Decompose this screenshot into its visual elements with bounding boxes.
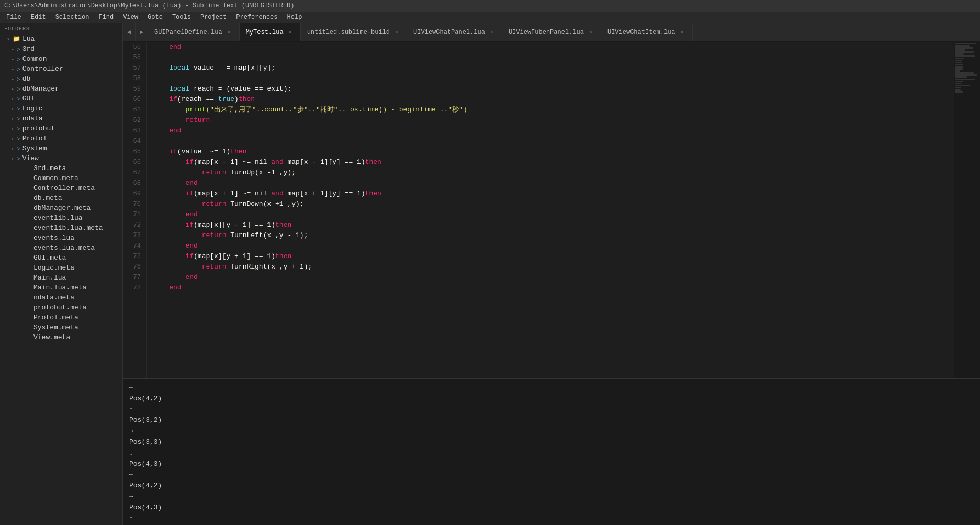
minimap-line [955,72,974,74]
menu-item-help[interactable]: Help [283,13,307,22]
tab-label-UIViewChatItem: UIViewChatItem.lua [607,29,675,36]
sidebar-item-Controller.meta[interactable]: Controller.meta [0,183,122,193]
menu-item-file[interactable]: File [2,13,26,22]
sidebar-item-dbManager.meta[interactable]: dbManager.meta [0,203,122,213]
code-token: TurnUp(x -1 ,y); [226,167,296,178]
tree-item-label: events.lua [33,234,74,242]
sidebar-item-dbManager[interactable]: ▸▷dbManager [0,84,122,94]
sidebar-item-View.meta[interactable]: View.meta [0,332,122,342]
tree-item-label: System [22,144,47,152]
sidebar-item-System.meta[interactable]: System.meta [0,322,122,332]
tab-UIViewChatPanel[interactable]: UIViewChatPanel.lua× [407,23,502,41]
minimap-line [955,91,963,93]
code-token [153,115,185,126]
sidebar-item-eventlib.lua.meta[interactable]: eventlib.lua.meta [0,223,122,233]
sidebar-item-Main.lua.meta[interactable]: Main.lua.meta [0,283,122,293]
code-token [153,84,169,94]
code-line-56 [153,52,954,63]
tab-GUIPanelDefine[interactable]: GUIPanelDefine.lua× [148,23,240,41]
sidebar-item-protobuf.meta[interactable]: protobuf.meta [0,303,122,312]
code-token [153,220,185,230]
menu-item-goto[interactable]: Goto [143,13,167,22]
menu-item-selection[interactable]: Selection [51,13,94,22]
sidebar-item-lua[interactable]: ▾ 📁 Lua [0,34,122,44]
sidebar-item-Logic[interactable]: ▸▷Logic [0,104,122,114]
tab-prev-button[interactable]: ◀ [123,23,136,41]
menu-item-tools[interactable]: Tools [168,13,195,22]
menu-item-preferences[interactable]: Preferences [232,13,281,22]
tab-label-UIViewFubenPanel: UIViewFubenPanel.lua [509,29,584,36]
sidebar-item-Protol.meta[interactable]: Protol.meta [0,312,122,322]
chevron-icon: ▸ [8,86,17,92]
sidebar-item-Logic.meta[interactable]: Logic.meta [0,263,122,273]
code-line-76: return TurnRight(x ,y + 1); [153,262,954,272]
tree-item-label: ndata.meta [33,294,74,301]
code-token: TurnLeft(x ,y - 1); [226,230,308,241]
minimap-line [955,58,964,59]
chevron-icon: ▸ [8,96,17,102]
minimap-line [955,60,962,61]
tab-untitled-sublime-build[interactable]: untitled.sublime-build× [301,23,407,41]
sidebar-item-3rd.meta[interactable]: 3rd.meta [0,163,122,173]
tab-MyTest[interactable]: MyTest.lua× [240,23,301,41]
code-token: then [275,220,291,230]
code-token [153,262,202,272]
tab-close-MyTest[interactable]: × [287,29,294,36]
menu-item-project[interactable]: Project [196,13,231,22]
sidebar-item-events.lua.meta[interactable]: events.lua.meta [0,243,122,253]
folder-icon: ▷ [17,105,20,112]
code-line-74: end [153,241,954,251]
sidebar-item-eventlib.lua[interactable]: eventlib.lua [0,213,122,223]
menu-item-find[interactable]: Find [94,13,118,22]
tree-item-label: View.meta [33,333,70,341]
code-line-59: local reach = (value == exit); [153,84,954,94]
title-text: C:\Users\Administrator\Desktop\MyTest.lu… [4,2,295,9]
sidebar-item-protobuf[interactable]: ▸▷protobuf [0,124,122,133]
tab-close-UIViewChatPanel[interactable]: × [488,29,495,36]
minimap-line [955,85,970,86]
code-line-67: return TurnUp(x -1 ,y); [153,167,954,178]
sidebar-item-3rd[interactable]: ▸▷3rd [0,44,122,54]
sidebar-item-GUI.meta[interactable]: GUI.meta [0,253,122,263]
code-token: then [230,147,246,157]
line-number-73: 73 [123,230,141,241]
code-token: return [185,115,210,126]
sidebar-item-Main.lua[interactable]: Main.lua [0,273,122,283]
code-line-62: return [153,115,954,126]
code-editor[interactable]: 5556575859606162636465666768697071727374… [123,42,980,378]
code-token: then [365,157,381,167]
sidebar-item-Controller[interactable]: ▸▷Controller [0,64,122,74]
sidebar-item-Protol[interactable]: ▸▷Protol [0,133,122,143]
sidebar-item-db[interactable]: ▸▷db [0,74,122,84]
sidebar-item-ndata[interactable]: ▸▷ndata [0,114,122,124]
minimap-line [955,51,974,53]
code-token: ~= 1) [202,147,231,157]
tree-item-label: eventlib.lua.meta [33,224,103,232]
tab-UIViewFubenPanel[interactable]: UIViewFubenPanel.lua× [502,23,601,41]
code-area[interactable]: end local value = map[x][y]; local reach… [147,42,954,378]
sidebar-item-ndata.meta[interactable]: ndata.meta [0,293,122,303]
code-token: true [218,94,234,105]
sidebar-item-View[interactable]: ▸▷View [0,153,122,163]
tab-next-button[interactable]: ▶ [136,23,148,41]
menu-item-edit[interactable]: Edit [27,13,50,22]
minimap-line [955,64,963,65]
tab-UIViewChatItem[interactable]: UIViewChatItem.lua× [601,23,693,41]
tab-close-GUIPanelDefine[interactable]: × [226,29,233,36]
line-number-67: 67 [123,167,141,178]
code-token: end [153,42,182,52]
sidebar-item-db.meta[interactable]: db.meta [0,193,122,203]
sidebar-item-events.lua[interactable]: events.lua [0,233,122,243]
code-token: and [271,188,283,199]
code-line-72: if(map[x][y - 1] == 1)then [153,220,954,230]
menu-item-view[interactable]: View [119,13,142,22]
tab-close-untitled-sublime-build[interactable]: × [393,29,400,36]
sidebar-item-GUI[interactable]: ▸▷GUI [0,94,122,104]
sidebar-item-Common.meta[interactable]: Common.meta [0,173,122,183]
minimap-line [955,83,961,84]
tab-close-UIViewFubenPanel[interactable]: × [587,29,594,36]
tab-close-UIViewChatItem[interactable]: × [679,29,686,36]
sidebar-item-Common[interactable]: ▸▷Common [0,54,122,64]
sidebar-item-System[interactable]: ▸▷System [0,143,122,153]
console-line: Pos(4,3) [129,502,974,513]
